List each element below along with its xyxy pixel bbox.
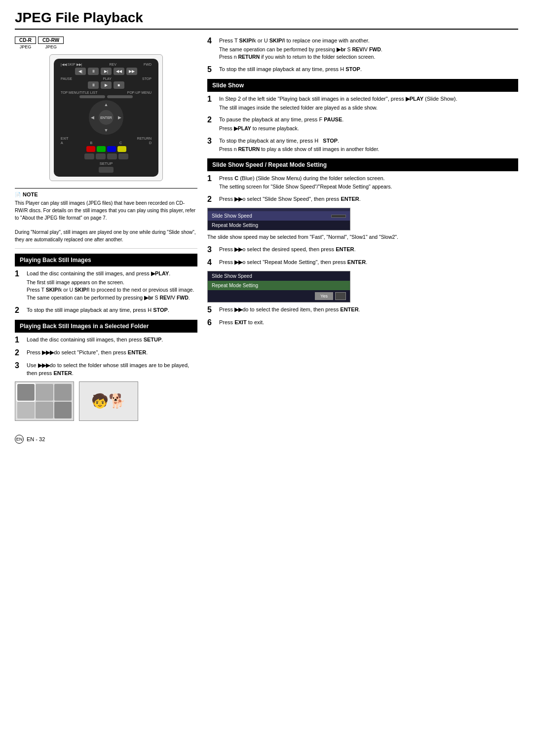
step-ss-2-sub: Press ▶PLAY to resume playback.	[219, 125, 518, 133]
remote-small-btn-3	[107, 153, 117, 159]
slideshow-repeat-label: Repeat Mode Setting	[212, 223, 258, 228]
remote-left-arrow: ◀	[91, 115, 94, 120]
remote-setup-btn	[99, 167, 114, 173]
remote-next-btn: ▶|	[101, 68, 112, 75]
folder-img-thumbnails	[15, 381, 74, 421]
repeat-menu-repeat-item: Repeat Mode Setting	[208, 281, 350, 290]
remote-prev-btn: ⏸	[88, 68, 99, 75]
step-left-1-text: Load the disc containing the still image…	[27, 270, 170, 276]
step-folder-2: 2 Press ▶▶▶do select "Picture", then pre…	[15, 348, 197, 357]
slideshow-repeat-row: Repeat Mode Setting	[208, 221, 350, 230]
remote-small-btns-row	[59, 153, 153, 159]
remote-top-labels: |◀◀ SKIP ▶▶| REV FWD	[59, 63, 153, 67]
repeat-yes-btn[interactable]: Yes	[315, 292, 333, 300]
speed-note: The slide show speed may be selected fro…	[207, 233, 518, 241]
slideshow-speed-label: Slide Show Speed	[212, 213, 252, 219]
step-right-5: 5 To stop the still image playback at an…	[207, 65, 518, 74]
page-footer: EN EN - 32	[15, 435, 518, 444]
remote-color-btns	[59, 146, 153, 152]
remote-top-menu-btn	[79, 95, 105, 98]
note-title: 📄 NOTE	[15, 191, 197, 197]
slideshow-speed-row: Slide Show Speed	[208, 211, 350, 221]
note-icon: 📄	[15, 192, 21, 197]
remote-pause-btn: ⏸	[88, 81, 99, 89]
remote-setup-btn-row	[59, 167, 153, 173]
remote-green-btn	[97, 146, 106, 152]
remote-menu-labels: TOP MENU/TITLE LISTPOP-UP MENU	[59, 91, 153, 94]
repeat-menu-speed-item: Slide Show Speed	[208, 271, 350, 281]
remote-skip-prev-btn: ◀|	[75, 68, 86, 75]
section-folder-header: Playing Back Still Images in a Selected …	[15, 320, 197, 333]
note-paragraph-1: This Player can play still images (JPEG …	[15, 199, 197, 222]
step-speed-1: 1 Press C (Blue) (Slide Show Menu) durin…	[207, 174, 518, 191]
step-speed-5: 5 Press ▶▶do to select the desired item,…	[207, 305, 518, 314]
page-title: JPEG File Playback	[15, 10, 518, 30]
cd-r-badge: CD-R JPEG	[15, 37, 36, 49]
remote-stop-btn: ■	[114, 81, 124, 89]
folder-img-cartoon: 🧒🐕	[79, 381, 138, 421]
remote-yellow-btn	[117, 146, 126, 152]
remote-right-arrow: ▶	[118, 115, 121, 120]
remote-blue-btn	[107, 146, 116, 152]
remote-play-btn: ▶	[101, 81, 112, 89]
section-speed-repeat-header: Slide Show Speed / Repeat Mode Setting	[207, 158, 518, 171]
section-playing-still-header: Playing Back Still Images	[15, 254, 197, 266]
remote-fwd-btn: ▶▶	[126, 68, 137, 75]
step-ss-1: 1 In Step 2 of the left side "Playing ba…	[207, 95, 518, 112]
remote-rev-btn: ◀◀	[114, 68, 124, 75]
step-folder-1: 1 Load the disc containing still images,…	[15, 336, 197, 344]
remote-mid-labels: PAUSEPLAYSTOP	[59, 77, 153, 80]
step-left-2: 2 To stop the still image playback at an…	[15, 306, 197, 315]
remote-small-btn-4	[118, 153, 128, 159]
note-box: 📄 NOTE This Player can play still images…	[15, 188, 197, 243]
slideshow-speed-menu: Slide Show Speed Repeat Mode Setting	[207, 208, 350, 230]
repeat-no-btn[interactable]	[335, 292, 346, 300]
folder-images-row: 🧒🐕	[15, 381, 197, 421]
step-speed-6: 6 Press EXIT to exit.	[207, 318, 518, 327]
cd-rw-badge: CD-RW JPEG	[38, 37, 64, 49]
note-paragraph-2: During "Normal play", still images are p…	[15, 228, 197, 243]
remote-color-labels: ABCD	[59, 141, 153, 145]
remote-red-btn	[86, 146, 95, 152]
remote-up-arrow: ▲	[104, 102, 109, 107]
en-circle-icon: EN	[15, 435, 24, 444]
step-ss-3: 3 To stop the playback at any time, pres…	[207, 137, 518, 153]
remote-popup-menu-btn	[107, 95, 133, 98]
repeat-menu-buttons: Yes	[208, 290, 350, 302]
step-speed-3: 3 Press ▶▶o select the desired speed, th…	[207, 245, 518, 254]
remote-enter-btn: ENTER	[99, 110, 114, 125]
step-speed-2: 2 Press ▶▶o select "Slide Show Speed", t…	[207, 195, 518, 204]
right-column: 4 Press T SKIP/k or U SKIP/I to replace …	[207, 37, 518, 425]
cd-badges: CD-R JPEG CD-RW JPEG	[15, 37, 197, 49]
step-ss-3-sub: Press n RETURN to play a slide show of s…	[219, 146, 518, 153]
step-speed-4: 4 Press ▶▶o select "Repeat Mode Setting"…	[207, 258, 518, 267]
step-folder-3: 3 Use ▶▶▶do to select the folder whose s…	[15, 361, 197, 378]
remote-setup-label: SETUP	[59, 161, 153, 166]
remote-control-illustration: |◀◀ SKIP ▶▶| REV FWD ◀| ⏸ ▶| ◀◀ ▶▶ PAUSE…	[49, 54, 163, 181]
section-slideshow-header: Slide Show	[207, 79, 518, 92]
step-ss-2: 2 To pause the playback at any time, pre…	[207, 115, 518, 132]
left-column: CD-R JPEG CD-RW JPEG |◀◀ SKIP ▶▶| REV FW…	[15, 37, 197, 425]
step-right-4-sub: The same operation can be performed by p…	[219, 46, 518, 62]
speed-option-box	[331, 215, 346, 218]
remote-exit-return-labels: EXITRETURN	[59, 137, 153, 140]
remote-small-btn-2	[96, 153, 106, 159]
repeat-mode-menu: Slide Show Speed Repeat Mode Setting Yes	[207, 271, 350, 302]
step-left-1: 1 Load the disc containing the still ima…	[15, 269, 197, 302]
remote-down-arrow: ▼	[104, 128, 109, 133]
step-speed-1-sub: The setting screen for "Slide Show Speed…	[219, 183, 518, 191]
remote-small-btn-1	[84, 153, 94, 159]
step-left-1-sub: The first still image appears on the scr…	[27, 279, 197, 302]
remote-dpad: ▲ ▼ ◀ ▶ ENTER	[89, 100, 123, 135]
step-right-4: 4 Press T SKIP/k or U SKIP/I to replace …	[207, 37, 518, 61]
step-ss-1-sub: The still images inside the selected fol…	[219, 104, 518, 112]
page-number: EN - 32	[27, 436, 45, 442]
